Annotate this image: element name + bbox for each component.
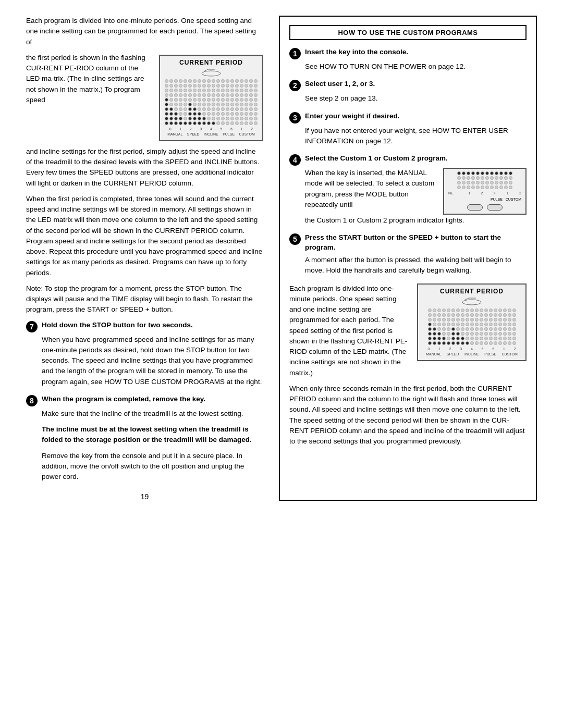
- step-2-body: See step 2 on page 13.: [305, 93, 527, 104]
- step-3-body: If you have not entered your weight, see…: [305, 126, 527, 147]
- step-5-title: Press the START button or the SPEED + bu…: [305, 233, 527, 253]
- led-label-custom: PULSE CUSTOM: [447, 197, 522, 203]
- led-matrix-bottom-right-title: CURRENT PERIOD: [422, 288, 521, 295]
- treadmill-icon-bottom: [461, 297, 482, 305]
- step-8-number: 8: [26, 395, 38, 406]
- step-3-number: 3: [289, 112, 301, 124]
- mode-button2: [487, 204, 503, 211]
- step-1-body: See HOW TO TURN ON THE POWER on page 12.: [305, 61, 527, 72]
- led-grid-bottom-right: [422, 309, 521, 345]
- step-7: 7 Hold down the STOP button for two seco…: [26, 320, 263, 387]
- step-4-title: Select the Custom 1 or Custom 2 program.: [305, 154, 448, 164]
- step-7-number: 7: [26, 321, 38, 332]
- led-numbers-step4: NE12F12: [447, 191, 522, 196]
- step-2-number: 2: [289, 80, 301, 91]
- mode-button: [467, 204, 483, 211]
- led-numbers-left: 012345612: [164, 127, 258, 131]
- left-para3: When the first period is completed, thre…: [26, 194, 263, 278]
- step-7-title: Hold down the STOP button for two second…: [42, 320, 193, 330]
- step-5: 5 Press the START button or the SPEED + …: [289, 233, 527, 276]
- led-matrix-step4: NE12F12 PULSE CUSTOM: [443, 168, 527, 215]
- step-4-number: 4: [289, 154, 301, 166]
- left-intro-para1: Each program is divided into one-minute …: [26, 16, 263, 47]
- step-1: 1 Insert the key into the console. See H…: [289, 47, 527, 72]
- step-1-number: 1: [289, 48, 301, 59]
- step-4: 4 Select the Custom 1 or Custom 2 progra…: [289, 154, 527, 226]
- page-number: 19: [26, 492, 263, 501]
- step-2: 2 Select user 1, 2, or 3. See step 2 on …: [289, 79, 527, 104]
- step-8-body2: The incline must be at the lowest settin…: [42, 424, 263, 446]
- svg-point-0: [202, 71, 221, 76]
- led-matrix-bottom-right: CURRENT PERIOD: [417, 283, 527, 384]
- svg-point-3: [462, 300, 481, 305]
- step-8-title: When the program is completed, remove th…: [42, 394, 205, 404]
- left-intro-para2-after: and incline settings for the first perio…: [26, 146, 263, 189]
- section-title: HOW TO USE THE CUSTOM PROGRAMS: [289, 25, 527, 40]
- step-4-body2: the Custom 1 or Custom 2 program indicat…: [305, 215, 527, 226]
- step-3: 3 Enter your weight if desired. If you h…: [289, 112, 527, 147]
- step-3-title: Enter your weight if desired.: [305, 112, 400, 121]
- led-matrix-left-title: CURRENT PERIOD: [164, 59, 258, 66]
- step-5-body: A moment after the button is pressed, th…: [305, 255, 527, 276]
- step-4-body1: When the key is inserted, the MANUAL mod…: [305, 168, 438, 210]
- left-para4: Note: To stop the program for a moment, …: [26, 283, 263, 315]
- step-8-body3: Remove the key from the console and put …: [42, 451, 263, 483]
- led-labels-bottom-right: MANUALSPEEDINCLINEPULSECUSTOM: [422, 352, 521, 356]
- led-grid-left: [164, 79, 258, 125]
- right-para-bottom2: When only three seconds remain in the fi…: [289, 384, 527, 447]
- step-8: 8 When the program is completed, remove …: [26, 394, 263, 483]
- led-labels-left: MANUALSPEEDINCLINEPULSECUSTOM: [164, 132, 258, 136]
- step-2-title: Select user 1, 2, or 3.: [305, 79, 375, 89]
- left-intro-para2-before: the first period is shown in the flashin…: [26, 53, 152, 105]
- step-7-body: When you have programmed speed and incli…: [42, 335, 263, 387]
- treadmill-icon: [201, 68, 222, 77]
- led-matrix-left: CURRENT PERIOD: [159, 55, 263, 141]
- step-8-body1: Make sure that the incline of the treadm…: [42, 409, 263, 419]
- step-5-number: 5: [289, 233, 301, 245]
- right-para-bottom1: Each program is divided into one-minute …: [289, 283, 410, 378]
- led-numbers-bottom-right: 012345612: [422, 347, 521, 351]
- step-1-title: Insert the key into the console.: [305, 47, 408, 57]
